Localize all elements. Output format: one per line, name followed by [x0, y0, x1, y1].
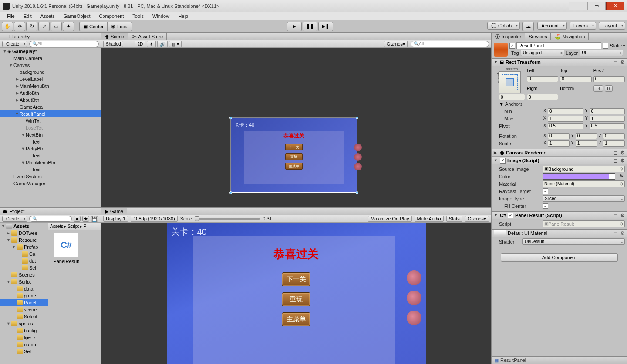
breadcrumb[interactable]: Assets ▸ Script ▸ P: [48, 223, 101, 230]
close-button[interactable]: ✕: [606, 2, 624, 10]
rect-right[interactable]: 0: [499, 94, 525, 100]
hierarchy-item[interactable]: LoseTxt: [0, 124, 101, 131]
layout-dropdown[interactable]: Layout: [599, 22, 625, 30]
pivot-x[interactable]: 0.5: [548, 123, 583, 129]
hierarchy-create[interactable]: Create: [2, 41, 27, 47]
project-tree-item[interactable]: data: [0, 285, 48, 292]
menu-assets[interactable]: Assets: [36, 13, 59, 20]
rot-z[interactable]: 0: [603, 133, 625, 139]
blueprint-mode[interactable]: ⊡: [593, 85, 603, 92]
project-tree-item[interactable]: numb: [0, 341, 48, 348]
hierarchy-search[interactable]: 🔍All: [29, 41, 99, 47]
fx-toggle[interactable]: ▥ ▾: [169, 41, 182, 47]
menu-file[interactable]: File: [3, 13, 19, 20]
pivot-y[interactable]: 0.5: [590, 123, 625, 129]
anchor-max-y[interactable]: 1: [590, 116, 625, 122]
side-btn-1[interactable]: [407, 270, 421, 285]
eyedropper-icon[interactable]: ✎: [618, 173, 625, 180]
hierarchy-item[interactable]: ▶LevelLabel: [0, 76, 101, 83]
layers-dropdown[interactable]: Layers: [570, 22, 596, 30]
hand-tool[interactable]: ✋: [2, 22, 13, 31]
cloud-button[interactable]: ☁: [522, 22, 534, 31]
asset-panelresult[interactable]: C# PanelResult: [51, 233, 81, 264]
rect-posz[interactable]: 0: [593, 76, 625, 82]
project-tree-item[interactable]: Sel: [0, 348, 48, 355]
maximize-button[interactable]: ▭: [587, 2, 606, 10]
rect-transform-header[interactable]: ▼⊞ Rect Transform ◻ ⚙: [492, 59, 627, 66]
project-tree-item[interactable]: Panel: [0, 299, 48, 306]
scale-slider[interactable]: [195, 218, 260, 220]
hierarchy-item[interactable]: ▼MainMenuBtn: [0, 159, 101, 166]
project-tree-item[interactable]: Scenes: [0, 271, 48, 278]
mute-toggle[interactable]: Mute Audio: [415, 216, 444, 222]
project-tree-item[interactable]: ▼Prefab: [0, 244, 48, 250]
menu-help[interactable]: Help: [174, 13, 192, 20]
menu-component[interactable]: Component: [94, 13, 128, 20]
project-tab[interactable]: 🖿 Project: [0, 208, 101, 215]
next-button[interactable]: 下一关: [282, 272, 310, 286]
component-gear-icon[interactable]: ⚙: [620, 60, 625, 65]
side-btn-3[interactable]: [407, 311, 421, 325]
rotate-tool[interactable]: ↻: [26, 22, 37, 31]
retry-button[interactable]: 重玩: [282, 292, 310, 306]
shaded-dropdown[interactable]: Shaded: [103, 41, 123, 47]
handle-tl[interactable]: [229, 117, 232, 119]
project-tree-item[interactable]: ▼sprites: [0, 320, 48, 327]
mainmenu-button[interactable]: 主菜单: [282, 312, 310, 326]
project-tree-item[interactable]: ▶DOTwee: [0, 230, 48, 237]
side-btn-2[interactable]: [407, 291, 421, 305]
handle-tr[interactable]: [356, 117, 358, 119]
game-tab[interactable]: ▶Game: [101, 208, 127, 215]
project-tree-item[interactable]: game: [0, 292, 48, 299]
gameobject-icon[interactable]: [494, 43, 508, 57]
handle-bl[interactable]: [229, 191, 232, 194]
hierarchy-item[interactable]: WinTxt: [0, 117, 101, 124]
navigation-tab[interactable]: ⛳Navigation: [551, 33, 589, 40]
inspector-tab[interactable]: ⓘInspector: [492, 33, 525, 40]
maximize-toggle[interactable]: Maximize On Play: [368, 216, 412, 222]
audio-toggle[interactable]: 🔊: [157, 41, 168, 47]
gizmos-dropdown[interactable]: Gizmos ▾: [384, 41, 408, 47]
hierarchy-tab[interactable]: ☰ Hierarchy: [0, 33, 101, 40]
hierarchy-item[interactable]: ▼NextBtn: [0, 131, 101, 138]
project-tree-item[interactable]: lijie_z: [0, 334, 48, 341]
game-gizmos[interactable]: Gizmos ▾: [465, 216, 489, 222]
pause-button[interactable]: ❚❚: [303, 22, 317, 31]
rect-top[interactable]: 0: [560, 76, 591, 82]
light-toggle[interactable]: ☀: [147, 41, 156, 47]
active-checkbox[interactable]: ✓: [509, 43, 515, 49]
hierarchy-item[interactable]: Text: [0, 166, 101, 173]
image-type[interactable]: Sliced: [543, 195, 625, 202]
pivot-local[interactable]: ◉ Local: [107, 22, 132, 31]
step-button[interactable]: ▶❚: [318, 22, 333, 31]
scale-z[interactable]: 1: [603, 140, 625, 147]
project-tree-item[interactable]: Sel: [0, 264, 48, 271]
anchor-max-x[interactable]: 1: [548, 116, 583, 122]
tag-dropdown[interactable]: Untagged: [521, 50, 564, 56]
anchor-min-x[interactable]: 0: [548, 108, 583, 114]
menu-window[interactable]: Window: [148, 13, 174, 20]
project-tree-item[interactable]: ▼Assets: [0, 223, 48, 230]
gameobject-name[interactable]: ResultPanel: [516, 42, 601, 49]
stats-toggle[interactable]: Stats: [446, 216, 462, 222]
move-tool[interactable]: ✥: [14, 22, 25, 31]
panelresult-header[interactable]: ▼C#✓ Panel Result (Script) ◻⚙: [492, 212, 627, 219]
scene-search[interactable]: 🔍All: [411, 41, 489, 47]
hierarchy-item[interactable]: Main Camera: [0, 55, 101, 62]
raw-edit-mode[interactable]: R: [605, 85, 613, 92]
filter2-icon[interactable]: ★: [82, 216, 89, 222]
play-button[interactable]: ▶: [287, 22, 302, 31]
hierarchy-item[interactable]: ▼ResultPanel: [0, 110, 101, 117]
hierarchy-item[interactable]: ▼Canvas: [0, 62, 101, 69]
fill-center[interactable]: ✓: [543, 203, 548, 209]
project-tree-item[interactable]: backg: [0, 327, 48, 334]
hierarchy-item[interactable]: EventSystem: [0, 173, 101, 180]
component-help-icon[interactable]: ◻: [614, 60, 617, 65]
hierarchy-item[interactable]: ▼RetryBtn: [0, 145, 101, 152]
game-view[interactable]: 关卡：40 恭喜过关 下一关 重玩 主菜单: [101, 223, 491, 364]
2d-toggle[interactable]: 2D: [135, 41, 145, 47]
shader-dropdown[interactable]: UI/Default: [522, 238, 625, 245]
handle-br[interactable]: [356, 191, 358, 194]
save-search-icon[interactable]: 💾: [91, 216, 98, 222]
menu-gameobject[interactable]: GameObject: [59, 13, 95, 20]
